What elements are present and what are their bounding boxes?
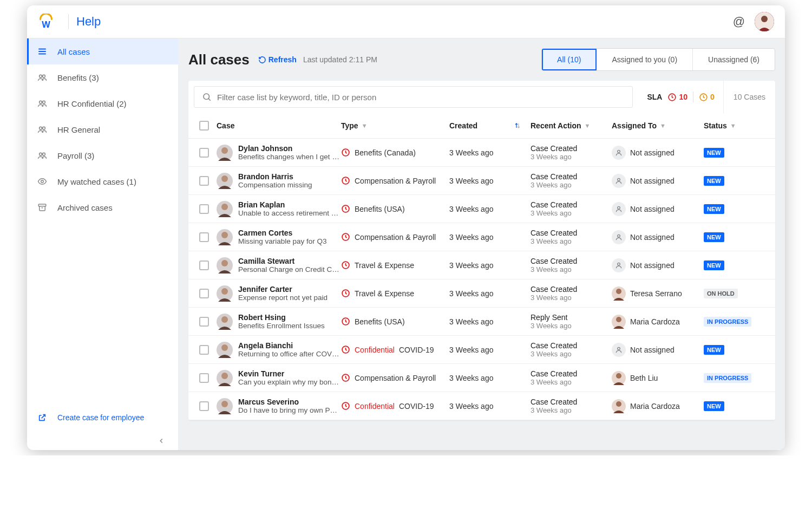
row-checkbox[interactable] [199, 373, 209, 383]
sla-warning-count[interactable]: 0 [699, 93, 715, 102]
nav-label: All cases [57, 47, 90, 56]
row-checkbox[interactable] [199, 401, 209, 411]
svg-point-12 [40, 153, 42, 155]
last-updated: Last updated 2:11 PM [303, 55, 377, 64]
confidential-label: Confidential [355, 346, 395, 354]
case-created: 3 Weeks ago [449, 374, 531, 382]
row-checkbox[interactable] [199, 232, 209, 242]
person-avatar [217, 314, 233, 330]
user-avatar[interactable] [755, 12, 774, 31]
case-person: Kevin Turner [238, 369, 341, 378]
row-checkbox[interactable] [199, 260, 209, 270]
table-row[interactable]: Brian KaplanUnable to access retirement … [188, 195, 775, 223]
tab-unassigned[interactable]: Unassigned (6) [693, 49, 775, 70]
nav-label: Archived cases [57, 203, 113, 212]
table-row[interactable]: Angela BianchiReturning to office after … [188, 336, 775, 364]
col-status[interactable]: Status▼ [704, 121, 758, 130]
unassigned-icon [612, 258, 626, 272]
assignee-avatar [612, 399, 626, 413]
table-row[interactable]: Robert HsingBenefits Enrollment IssuesBe… [188, 308, 775, 336]
create-case-link[interactable]: Create case for employee [27, 403, 178, 432]
svg-point-8 [40, 101, 42, 103]
case-created: 3 Weeks ago [449, 289, 531, 298]
table-row[interactable]: Brandon HarrisCompensation missingCompen… [188, 167, 775, 195]
case-type: COVID-19 [399, 346, 434, 354]
sidebar-item-all-cases[interactable]: All cases [27, 38, 178, 64]
row-checkbox[interactable] [199, 148, 209, 158]
case-person: Robert Hsing [238, 313, 325, 322]
table-row[interactable]: Carmen CortesMissing variable pay for Q3… [188, 223, 775, 251]
assigned-to: Not assigned [630, 177, 675, 185]
collapse-sidebar-button[interactable] [27, 432, 178, 450]
sidebar-item-hr-confidential-2[interactable]: HR Confidential (2) [27, 90, 178, 116]
table-row[interactable]: Camilla StewartPersonal Charge on Credit… [188, 251, 775, 279]
svg-point-24 [221, 175, 228, 182]
search-input-wrapper[interactable] [194, 86, 633, 108]
sla-clock-icon [341, 232, 350, 242]
sort-icon: ▼ [660, 122, 666, 129]
case-person: Brian Kaplan [238, 200, 341, 209]
case-type: Compensation & Payroll [355, 177, 436, 185]
nav-label: Benefits (3) [57, 73, 99, 82]
sidebar-item-benefits-3[interactable]: Benefits (3) [27, 64, 178, 90]
recent-action: Case Created [531, 200, 612, 209]
svg-line-18 [208, 99, 211, 101]
row-checkbox[interactable] [199, 204, 209, 214]
recent-action: Case Created [531, 341, 612, 350]
sidebar-item-hr-general[interactable]: HR General [27, 116, 178, 142]
person-avatar [217, 342, 233, 358]
col-created[interactable]: Created [449, 121, 531, 130]
case-filter-tabs: All (10) Assigned to you (0) Unassigned … [541, 48, 775, 71]
table-row[interactable]: Dylan JohnsonBenefits changes when I get… [188, 139, 775, 167]
svg-point-50 [616, 401, 621, 407]
person-avatar [217, 201, 233, 217]
assigned-to: Not assigned [630, 205, 675, 213]
eye-icon [37, 176, 48, 187]
svg-point-11 [43, 127, 45, 129]
col-case[interactable]: Case [217, 121, 341, 130]
sidebar-item-my-watched-cases-1[interactable]: My watched cases (1) [27, 168, 178, 194]
sidebar: All casesBenefits (3)HR Confidential (2)… [27, 38, 179, 450]
search-input[interactable] [217, 93, 625, 102]
nav-label: HR General [57, 125, 100, 134]
select-all-checkbox[interactable] [199, 121, 209, 131]
col-recent[interactable]: Recent Action▼ [531, 121, 612, 130]
unassigned-icon [612, 202, 626, 216]
col-type[interactable]: Type▼ [341, 121, 449, 130]
status-badge: NEW [704, 232, 724, 242]
case-subject: Personal Charge on Credit Card [238, 265, 341, 273]
case-count: 10 Cases [723, 81, 775, 113]
case-subject: Benefits changes when I get ma… [238, 153, 341, 161]
svg-point-39 [221, 316, 228, 323]
sla-clock-icon [341, 204, 350, 213]
sidebar-item-archived-cases[interactable]: Archived cases [27, 194, 178, 220]
row-checkbox[interactable] [199, 176, 209, 186]
row-checkbox[interactable] [199, 345, 209, 355]
row-checkbox[interactable] [199, 289, 209, 298]
refresh-button[interactable]: Refresh [258, 55, 297, 64]
sidebar-item-payroll-3[interactable]: Payroll (3) [27, 142, 178, 168]
person-avatar [217, 257, 233, 273]
recent-time: 3 Weeks ago [531, 181, 612, 189]
workday-logo-icon[interactable]: W [38, 14, 54, 30]
recent-action: Case Created [531, 144, 612, 153]
tab-assigned-to-you[interactable]: Assigned to you (0) [597, 49, 693, 70]
tab-all[interactable]: All (10) [542, 49, 597, 70]
case-created: 3 Weeks ago [449, 317, 531, 326]
search-icon [202, 92, 212, 102]
unassigned-icon [612, 343, 626, 357]
col-assigned[interactable]: Assigned To▼ [612, 121, 704, 130]
mentions-icon[interactable]: @ [733, 15, 745, 29]
row-checkbox[interactable] [199, 317, 209, 327]
table-row[interactable]: Jennifer CarterExpense report not yet pa… [188, 279, 775, 308]
case-subject: Compensation missing [238, 181, 312, 189]
sort-icon: ▼ [362, 122, 368, 129]
svg-point-14 [41, 180, 44, 183]
sla-overdue-count[interactable]: 10 [667, 93, 687, 102]
case-person: Brandon Harris [238, 172, 312, 181]
recent-time: 3 Weeks ago [531, 294, 612, 302]
table-row[interactable]: Marcus SeverinoDo I have to bring my own… [188, 392, 775, 420]
recent-time: 3 Weeks ago [531, 265, 612, 273]
sla-clock-icon [341, 401, 350, 411]
table-row[interactable]: Kevin TurnerCan you explain why my bonus… [188, 364, 775, 392]
